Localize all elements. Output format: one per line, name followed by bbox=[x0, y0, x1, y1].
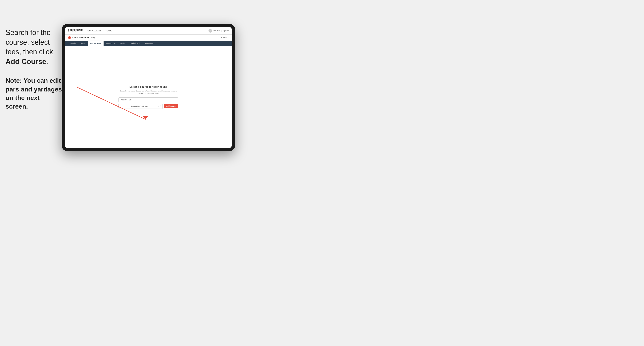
tee-arrows-icon[interactable]: ▲ ▼ bbox=[160, 105, 161, 108]
nav-separator: | bbox=[221, 30, 222, 32]
sign-out-link[interactable]: Sign out bbox=[223, 30, 228, 32]
tablet-screen: SCOREBOARD Powered by clippd TOURNAMENTS… bbox=[65, 27, 232, 148]
tab-course-setup[interactable]: Course Setup bbox=[88, 41, 104, 46]
tab-tee-groups[interactable]: Tee Groups bbox=[104, 41, 117, 46]
tournament-badge: (Men) bbox=[90, 37, 95, 39]
top-nav: SCOREBOARD Powered by clippd TOURNAMENTS… bbox=[65, 27, 232, 35]
main-instruction: Search for the course, select tees, then… bbox=[6, 28, 63, 66]
main-content: Select a course for each round Search fo… bbox=[65, 46, 232, 148]
logo-text: SCOREBOARD bbox=[68, 29, 84, 31]
add-course-button[interactable]: Add Course bbox=[164, 104, 178, 108]
nav-left-section: SCOREBOARD Powered by clippd TOURNAMENTS… bbox=[68, 29, 112, 32]
tournament-icon: C bbox=[68, 36, 71, 39]
top-nav-right: T Test User | Sign out bbox=[208, 29, 228, 33]
note-text: Note: You can edit pars and yardages on … bbox=[6, 76, 63, 111]
tab-leaderboards[interactable]: Leaderboards bbox=[128, 41, 143, 46]
logo-area: SCOREBOARD Powered by clippd bbox=[68, 29, 84, 32]
top-nav-links: TOURNAMENTS TEAMS bbox=[86, 30, 112, 32]
nav-link-tournaments[interactable]: TOURNAMENTS bbox=[86, 30, 102, 32]
tee-select-text: Gold (M) (M) (7010 yds) bbox=[120, 105, 158, 107]
tab-printables[interactable]: Printables bbox=[143, 41, 155, 46]
tournament-header: C Clippd Invitational (Men) Cancel × bbox=[65, 35, 232, 41]
tab-teams[interactable]: Teams bbox=[78, 41, 88, 46]
tab-results[interactable]: Results bbox=[117, 41, 128, 46]
course-select-desc: Search for a course and select a tee. Yo… bbox=[118, 90, 178, 95]
nav-link-teams[interactable]: TEAMS bbox=[106, 30, 112, 32]
course-select-container: Select a course for each round Search fo… bbox=[118, 85, 178, 109]
logo-sub: Powered by clippd bbox=[68, 31, 84, 32]
tee-clear-icon[interactable]: × bbox=[158, 105, 159, 107]
tab-bar: Details Teams Course Setup Tee Groups Re… bbox=[65, 41, 232, 46]
user-avatar: T bbox=[208, 29, 212, 33]
tournament-name: Clippd Invitational bbox=[72, 37, 90, 39]
tournament-title-row: C Clippd Invitational (Men) bbox=[68, 36, 95, 39]
tab-details[interactable]: Details bbox=[68, 41, 78, 46]
course-select-title: Select a course for each round bbox=[118, 85, 178, 88]
course-search-input[interactable] bbox=[118, 97, 178, 102]
tee-select-row: Gold (M) (M) (7010 yds) × ▲ ▼ Add Course bbox=[118, 104, 178, 109]
cancel-button[interactable]: Cancel × bbox=[222, 37, 228, 39]
user-text: Test User bbox=[213, 30, 220, 32]
tee-select-controls: × ▲ ▼ bbox=[158, 105, 161, 108]
instruction-panel: Search for the course, select tees, then… bbox=[6, 28, 63, 111]
tablet-device: SCOREBOARD Powered by clippd TOURNAMENTS… bbox=[62, 24, 235, 151]
tee-select-wrapper[interactable]: Gold (M) (M) (7010 yds) × ▲ ▼ bbox=[118, 104, 163, 109]
